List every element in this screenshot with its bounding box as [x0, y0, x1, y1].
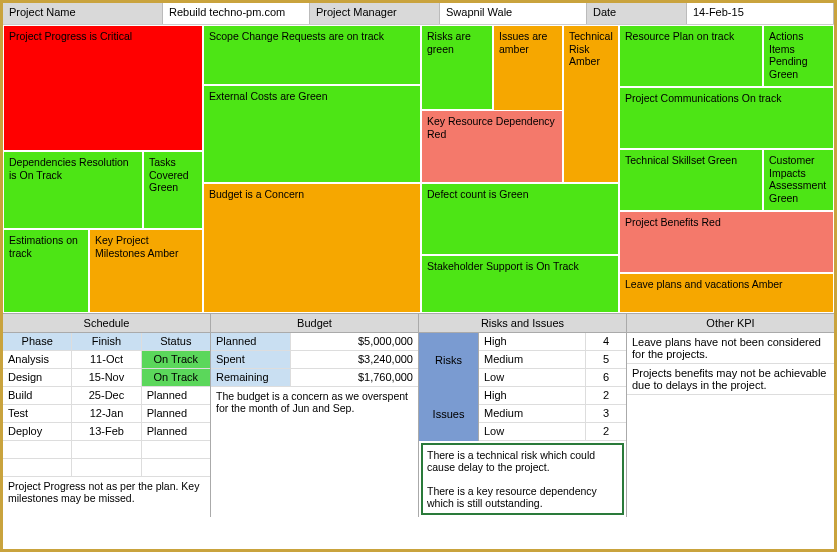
finish-cell: 25-Dec	[72, 387, 141, 404]
tile-benefits: Project Benefits Red	[619, 211, 834, 273]
phase-cell: Design	[3, 369, 72, 386]
risk-count: 6	[586, 369, 626, 386]
kpi-note: Leave plans have not been considered for…	[627, 333, 834, 364]
col-finish: Finish	[72, 333, 141, 350]
status-cell: Planned	[142, 387, 210, 404]
risks-section: Risks and Issues Risks High 4Medium 5Low…	[419, 314, 627, 517]
issues-label: Issues	[419, 387, 479, 441]
tile-tech-risk: Technical Risk Amber	[563, 25, 619, 183]
risks-label: Risks	[419, 333, 479, 387]
finish-cell: 12-Jan	[72, 405, 141, 422]
tile-comms: Project Communications On track	[619, 87, 834, 149]
tile-customer: Customer Impacts Assessment Green	[763, 149, 834, 211]
schedule-note: Project Progress not as per the plan. Ke…	[3, 477, 210, 507]
schedule-row: Build 25-Dec Planned	[3, 387, 210, 405]
budget-row: Remaining $1,760,000	[211, 369, 418, 387]
tile-scope: Scope Change Requests are on track	[203, 25, 421, 85]
risk-level: Low	[479, 369, 586, 386]
kpi-note: Projects benefits may not be achievable …	[627, 364, 834, 395]
budget-value: $5,000,000	[291, 333, 418, 350]
header-row: Project Name Rebuild techno-pm.com Proje…	[3, 3, 834, 25]
project-dashboard: Project Name Rebuild techno-pm.com Proje…	[0, 0, 837, 552]
risk-count: 3	[586, 405, 626, 422]
col-status: Status	[142, 333, 210, 350]
phase-cell: Build	[3, 387, 72, 404]
kpi-header: Other KPI	[627, 314, 834, 333]
budget-value: $1,760,000	[291, 369, 418, 386]
budget-section: Budget Planned $5,000,000Spent $3,240,00…	[211, 314, 419, 517]
tile-dependencies: Dependencies Resolution is On Track	[3, 151, 143, 229]
budget-label: Spent	[211, 351, 291, 368]
budget-rows: Planned $5,000,000Spent $3,240,000Remain…	[211, 333, 418, 387]
tile-tasks: Tasks Covered Green	[143, 151, 203, 229]
status-cell: Planned	[142, 405, 210, 422]
project-manager-label: Project Manager	[310, 3, 440, 24]
risk-count: 2	[586, 423, 626, 440]
status-tiles: Project Progress is Critical Scope Chang…	[3, 25, 834, 313]
budget-row: Planned $5,000,000	[211, 333, 418, 351]
budget-header: Budget	[211, 314, 418, 333]
risk-row: Low 2	[479, 423, 626, 441]
status-cell: Planned	[142, 423, 210, 440]
schedule-row: Analysis 11-Oct On Track	[3, 351, 210, 369]
issues-block: Issues High 2Medium 3Low 2	[419, 387, 626, 441]
kpi-section: Other KPI Leave plans have not been cons…	[627, 314, 834, 517]
tile-actions: Actions Items Pending Green	[763, 25, 834, 87]
tile-progress: Project Progress is Critical	[3, 25, 203, 151]
tile-defect: Defect count is Green	[421, 183, 619, 255]
project-manager-value: Swapnil Wale	[440, 3, 587, 24]
phase-cell: Analysis	[3, 351, 72, 368]
tile-resource-plan: Resource Plan on track	[619, 25, 763, 87]
schedule-row: Test 12-Jan Planned	[3, 405, 210, 423]
kpi-notes: Leave plans have not been considered for…	[627, 333, 834, 395]
risks-block: Risks High 4Medium 5Low 6	[419, 333, 626, 387]
status-cell: On Track	[142, 351, 210, 368]
phase-cell: Deploy	[3, 423, 72, 440]
tile-skillset: Technical Skillset Green	[619, 149, 763, 211]
project-name-label: Project Name	[3, 3, 163, 24]
project-name-value: Rebuild techno-pm.com	[163, 3, 310, 24]
risk-row: Medium 3	[479, 405, 626, 423]
schedule-row: Design 15-Nov On Track	[3, 369, 210, 387]
date-value: 14-Feb-15	[687, 3, 834, 24]
empty-row	[3, 441, 210, 459]
detail-sections: Schedule Phase Finish Status Analysis 11…	[3, 313, 834, 517]
schedule-header: Schedule	[3, 314, 210, 333]
schedule-columns: Phase Finish Status	[3, 333, 210, 351]
finish-cell: 15-Nov	[72, 369, 141, 386]
tile-external: External Costs are Green	[203, 85, 421, 183]
risk-count: 2	[586, 387, 626, 404]
col-phase: Phase	[3, 333, 72, 350]
budget-row: Spent $3,240,000	[211, 351, 418, 369]
risk-level: Medium	[479, 351, 586, 368]
schedule-rows: Analysis 11-Oct On TrackDesign 15-Nov On…	[3, 351, 210, 441]
schedule-section: Schedule Phase Finish Status Analysis 11…	[3, 314, 211, 517]
risk-count: 4	[586, 333, 626, 350]
issues-rows: High 2Medium 3Low 2	[479, 387, 626, 441]
tile-stakeholder: Stakeholder Support is On Track	[421, 255, 619, 313]
tile-estimations: Estimations on track	[3, 229, 89, 313]
budget-value: $3,240,000	[291, 351, 418, 368]
finish-cell: 11-Oct	[72, 351, 141, 368]
budget-note: The budget is a concern as we overspent …	[211, 387, 418, 417]
risk-row: High 2	[479, 387, 626, 405]
tile-key-resource: Key Resource Dependency Red	[421, 110, 563, 183]
tile-leave: Leave plans and vacations Amber	[619, 273, 834, 313]
phase-cell: Test	[3, 405, 72, 422]
risk-level: Medium	[479, 405, 586, 422]
date-label: Date	[587, 3, 687, 24]
status-cell: On Track	[142, 369, 210, 386]
tile-milestones: Key Project Milestones Amber	[89, 229, 203, 313]
risks-rows: High 4Medium 5Low 6	[479, 333, 626, 387]
risk-row: High 4	[479, 333, 626, 351]
risk-level: Low	[479, 423, 586, 440]
finish-cell: 13-Feb	[72, 423, 141, 440]
risks-header: Risks and Issues	[419, 314, 626, 333]
risks-note: There is a technical risk which could ca…	[421, 443, 624, 515]
risk-level: High	[479, 387, 586, 404]
empty-row	[3, 459, 210, 477]
risk-count: 5	[586, 351, 626, 368]
tile-risks: Risks are green	[421, 25, 493, 110]
risk-row: Medium 5	[479, 351, 626, 369]
budget-label: Remaining	[211, 369, 291, 386]
